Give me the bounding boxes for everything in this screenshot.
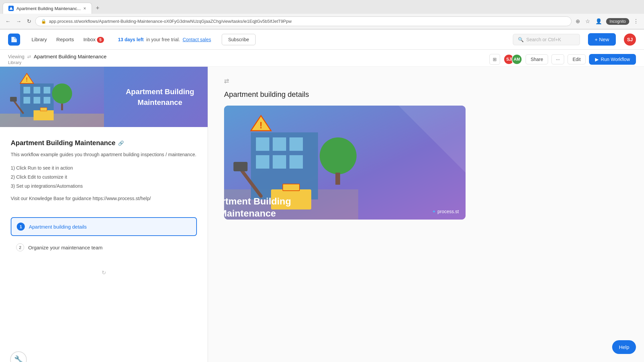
scroll-icon: ↻: [102, 269, 106, 276]
svg-rect-31: [335, 173, 340, 185]
tab-close-btn[interactable]: ×: [84, 6, 86, 11]
back-btn[interactable]: ←: [4, 17, 12, 26]
browser-actions: ⊕ ☆ 👤 Incognito ⋮: [574, 17, 640, 26]
breadcrumb-sub: Library: [8, 60, 107, 65]
svg-text:!: !: [259, 120, 262, 130]
link-icon: 🔗: [118, 140, 124, 146]
left-panel: ! Apartment Building Maintenance 🔧 Apart…: [0, 67, 208, 362]
breadcrumb-arrow: ⇄: [27, 54, 31, 59]
task-list: 1 Apartment building details 2 Organize …: [0, 217, 208, 267]
workflow-body: Apartment Building Maintenance 🔗 This wo…: [0, 127, 208, 217]
new-tab-btn[interactable]: +: [93, 3, 102, 13]
search-icon: 🔍: [518, 37, 524, 42]
svg-point-30: [320, 137, 357, 174]
svg-marker-0: [9, 7, 13, 10]
avatars-group: SJ AM: [503, 54, 522, 65]
task-item-2[interactable]: 2 Organize your maintenance team: [11, 239, 197, 256]
hero-title: Apartment Building Maintenance: [126, 86, 194, 107]
workflow-title-text: Apartment Building Maintenance: [11, 139, 115, 147]
incognito-btn[interactable]: Incognito: [606, 18, 629, 25]
svg-rect-23: [273, 137, 286, 151]
svg-text:!: !: [26, 77, 28, 82]
nav-library[interactable]: Library: [28, 35, 50, 44]
svg-rect-14: [34, 110, 54, 120]
edit-btn[interactable]: Edit: [568, 54, 586, 64]
avatar-am[interactable]: AM: [512, 54, 522, 65]
svg-rect-24: [289, 137, 303, 151]
workflow-description: This workflow example guides you through…: [11, 151, 197, 158]
refresh-btn[interactable]: ↻: [25, 17, 33, 26]
svg-rect-17: [10, 97, 17, 102]
new-btn[interactable]: + New: [588, 33, 616, 46]
address-bar[interactable]: 🔒 app.process.st/workflows/Apartment-Bui…: [35, 16, 572, 26]
scroll-indicator: ↻: [0, 267, 208, 279]
app-header: Library Reports Inbox5 13 days left in y…: [0, 29, 644, 50]
brand-label: process.st: [437, 209, 459, 214]
url-text: app.process.st/workflows/Apartment-Build…: [49, 19, 291, 24]
svg-rect-26: [273, 155, 286, 169]
search-box[interactable]: 🔍 Search or Ctrl+K: [513, 34, 580, 45]
svg-rect-15: [40, 108, 47, 111]
nav-inbox[interactable]: Inbox5: [80, 35, 107, 44]
breadcrumb-title: Apartment Building Maintenance: [34, 54, 107, 59]
task-label-2: Organize your maintenance team: [28, 245, 103, 250]
page-icon[interactable]: ⊞: [489, 54, 500, 65]
avatar[interactable]: SJ: [624, 34, 636, 46]
help-btn[interactable]: Help: [612, 340, 636, 354]
hero-title-text: Apartment Building Maintenance: [126, 87, 194, 107]
task-item-1[interactable]: 1 Apartment building details: [11, 217, 197, 236]
trial-banner: 13 days left in your free trial. Contact…: [118, 37, 211, 42]
breadcrumb-left: Viewing ⇄ Apartment Building Maintenance…: [8, 54, 107, 65]
more-options-btn[interactable]: ···: [551, 54, 564, 64]
tab-bar: Apartment Building Maintenanc... × +: [0, 0, 644, 14]
cast-btn[interactable]: ⊕: [574, 17, 581, 26]
viewing-label: Viewing: [8, 54, 24, 59]
tab-title: Apartment Building Maintenanc...: [16, 6, 81, 11]
breadcrumb-top: Viewing ⇄ Apartment Building Maintenance: [8, 54, 107, 59]
bookmark-btn[interactable]: ☆: [584, 17, 591, 26]
task-number-1: 1: [17, 223, 25, 231]
svg-rect-27: [289, 155, 303, 169]
svg-rect-35: [233, 162, 248, 171]
run-workflow-btn[interactable]: ▶ Run Workflow: [589, 54, 636, 65]
trial-text: in your free trial.: [146, 37, 180, 42]
breadcrumb-bar: Viewing ⇄ Apartment Building Maintenance…: [0, 50, 644, 67]
main-nav: Library Reports Inbox5: [28, 35, 107, 44]
subscribe-btn[interactable]: Subscribe: [222, 34, 255, 45]
brand-icon: ✦: [432, 209, 436, 214]
svg-point-12: [52, 83, 72, 104]
workflow-hero: ! Apartment Building Maintenance: [0, 67, 208, 127]
trial-bold: 13 days left: [118, 37, 144, 42]
svg-rect-25: [256, 155, 269, 169]
svg-rect-33: [283, 184, 300, 191]
active-tab[interactable]: Apartment Building Maintenanc... ×: [3, 3, 92, 14]
nav-reports[interactable]: Reports: [53, 35, 77, 44]
task-label-1: Apartment building details: [29, 224, 87, 230]
run-label: Run Workflow: [601, 57, 630, 62]
svg-rect-22: [256, 137, 269, 151]
forward-btn[interactable]: →: [15, 17, 23, 26]
right-title: Apartment building details: [224, 90, 628, 99]
play-icon: ▶: [595, 57, 599, 62]
shuffle-icon: ⇄: [224, 77, 628, 85]
svg-rect-5: [34, 87, 40, 94]
workflow-title: Apartment Building Maintenance 🔗: [11, 139, 197, 147]
workflow-knowledge-link: Visit our Knowledge Base for guidance ht…: [11, 196, 197, 201]
inbox-label: Inbox: [83, 37, 96, 42]
menu-btn[interactable]: ⋮: [632, 17, 640, 26]
workflow-steps: 1) Click Run to see it in action 2) Clic…: [11, 164, 197, 190]
contact-sales-link[interactable]: Contact sales: [182, 37, 211, 42]
svg-rect-13: [61, 104, 63, 110]
share-btn[interactable]: Share: [526, 54, 548, 64]
svg-rect-9: [44, 97, 50, 104]
search-placeholder: Search or Ctrl+K: [526, 37, 561, 42]
workflow-icon: 🔧: [10, 351, 27, 362]
tab-favicon: [8, 6, 14, 11]
inbox-badge: 5: [97, 37, 104, 43]
browser-chrome: Apartment Building Maintenanc... × + ← →…: [0, 0, 644, 29]
svg-rect-4: [23, 87, 30, 94]
svg-rect-6: [44, 87, 50, 94]
app-logo[interactable]: [8, 34, 20, 46]
right-image-card: ! Apartment Building Maintenance ✦ proce…: [224, 106, 466, 220]
profile-btn[interactable]: 👤: [594, 17, 603, 26]
